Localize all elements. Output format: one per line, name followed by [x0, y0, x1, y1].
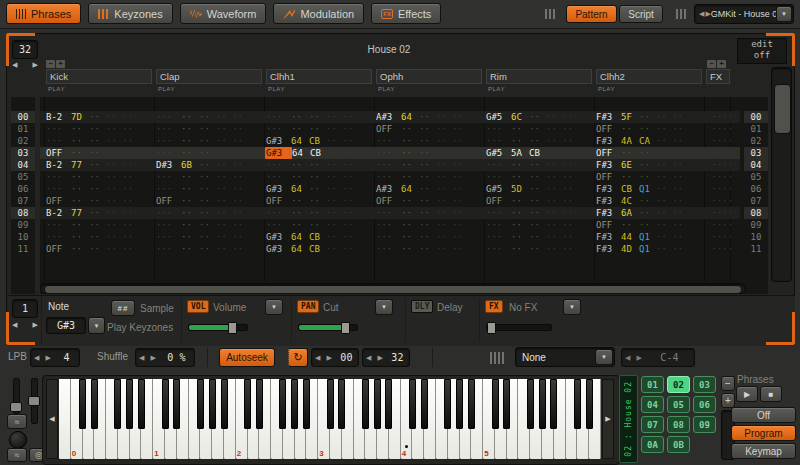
script-mode-button[interactable]: Script	[619, 5, 663, 23]
pattern-cell[interactable]: ········· ··	[266, 159, 374, 171]
black-key[interactable]	[492, 379, 499, 429]
black-key[interactable]	[291, 379, 298, 429]
lpb-decrement-icon[interactable]: ◀	[31, 354, 42, 362]
black-key[interactable]	[162, 379, 169, 429]
track-header-clap[interactable]: Clap	[156, 69, 262, 84]
pattern-cell[interactable]: OFF······ ··	[46, 243, 154, 255]
pattern-cell-fx[interactable]: ····	[706, 159, 730, 171]
black-key[interactable]	[209, 379, 216, 429]
pattern-cell-fx[interactable]: ····	[706, 243, 730, 255]
key-increment-icon[interactable]: ▶	[633, 354, 644, 362]
pattern-cell[interactable]: ········· ··	[156, 183, 264, 195]
loop-start-stepper[interactable]: ◀ ▶ 00	[311, 348, 359, 367]
phrase-mode-keymap-button[interactable]: Keymap	[731, 443, 796, 459]
phrase-mode-off-button[interactable]: Off	[731, 407, 796, 423]
pattern-cell[interactable]: ········· ··	[376, 243, 484, 255]
loop-start-increment-icon[interactable]: ▶	[323, 354, 334, 362]
pattern-cell[interactable]: F#35F···· ··	[596, 111, 704, 123]
loop-length-increment-icon[interactable]: ▶	[374, 354, 385, 362]
white-key[interactable]	[59, 379, 71, 459]
black-key[interactable]	[126, 379, 133, 429]
pattern-cell[interactable]: F#36E···· ··	[596, 159, 704, 171]
black-key[interactable]	[244, 379, 251, 429]
black-key[interactable]	[539, 379, 546, 429]
black-key[interactable]	[79, 379, 86, 429]
track-play-label[interactable]: PLAY	[488, 86, 505, 92]
loop-length-stepper[interactable]: ◀ ▶ 32	[362, 348, 410, 367]
black-key[interactable]	[385, 379, 392, 429]
tab-modulation[interactable]: Modulation	[273, 3, 364, 24]
pattern-cell[interactable]: ········· ··	[156, 243, 264, 255]
vol-slider-handle[interactable]	[228, 322, 237, 334]
shuffle-decrement-icon[interactable]: ◀	[136, 354, 147, 362]
black-key[interactable]	[503, 379, 510, 429]
pattern-cell[interactable]: G#55ACB·· ··	[486, 147, 594, 159]
pattern-cell[interactable]: ········· ··	[266, 207, 374, 219]
pattern-cell[interactable]: ········· ··	[46, 231, 154, 243]
vol-dropdown-icon[interactable]: ▼	[265, 299, 283, 315]
control-knob[interactable]	[9, 431, 27, 449]
fx-slider[interactable]	[486, 324, 552, 331]
pattern-cell[interactable]: ········· ··	[46, 123, 154, 135]
fx-slider-handle[interactable]	[487, 322, 496, 334]
black-key[interactable]	[303, 379, 310, 429]
pattern-cell[interactable]: OFF······ ··	[376, 123, 484, 135]
pattern-cell[interactable]: ········· ··	[156, 111, 264, 123]
pattern-cell[interactable]: G#55D···· ··	[486, 183, 594, 195]
keyboard-scroll-left-button[interactable]: ◀	[46, 379, 58, 459]
pattern-cell[interactable]: ········· ··	[486, 243, 594, 255]
tab-phrases[interactable]: Phrases	[6, 3, 81, 24]
pattern-cell[interactable]: A#364···· ··	[376, 183, 484, 195]
pattern-cell[interactable]: ········· ··	[156, 123, 264, 135]
vol-slider[interactable]	[188, 324, 248, 331]
black-key[interactable]	[574, 379, 581, 429]
instrument-dropdown-icon[interactable]: ▼	[776, 6, 792, 22]
pattern-cell-fx[interactable]: ····	[706, 123, 730, 135]
pattern-cell[interactable]: ········· ··	[376, 171, 484, 183]
black-key[interactable]	[374, 379, 381, 429]
lpb-increment-icon[interactable]: ▶	[42, 354, 53, 362]
pattern-cell-fx[interactable]: ····	[706, 171, 730, 183]
black-key[interactable]	[468, 379, 475, 429]
track-play-label[interactable]: PLAY	[378, 86, 395, 92]
pattern-cell[interactable]: ········· ··	[376, 219, 484, 231]
pattern-cell-fx[interactable]: ····	[706, 147, 730, 159]
expand-icon[interactable]: +	[56, 60, 65, 68]
pattern-cell[interactable]: OFF······ ··	[46, 195, 154, 207]
pattern-cell[interactable]: OFF······ ··	[376, 195, 484, 207]
pattern-cell[interactable]: OFF······ ··	[596, 219, 704, 231]
pattern-cell[interactable]: OFF······ ··	[156, 195, 264, 207]
tab-waveform[interactable]: Waveform	[180, 3, 267, 24]
pattern-cell[interactable]: A#364···· ··	[376, 111, 484, 123]
pattern-cell[interactable]: ········· ··	[266, 171, 374, 183]
pattern-cell[interactable]: ········· ··	[486, 135, 594, 147]
pattern-cell[interactable]: OFF······ ··	[266, 195, 374, 207]
black-key[interactable]	[138, 379, 145, 429]
pattern-cell-fx[interactable]: ····	[706, 183, 730, 195]
pattern-cell[interactable]: F#34ACA·· ··	[596, 135, 704, 147]
pattern-cell[interactable]: B-277···· ··	[46, 207, 154, 219]
phrase-slot-09[interactable]: 09	[693, 416, 716, 433]
black-key[interactable]	[114, 379, 121, 429]
loop-length-decrement-icon[interactable]: ◀	[363, 354, 374, 362]
pan-slider[interactable]	[298, 324, 358, 331]
pattern-cell-fx[interactable]: ····	[706, 231, 730, 243]
phrase-slot-06[interactable]: 06	[693, 396, 716, 413]
black-key[interactable]	[586, 379, 593, 429]
pattern-cell[interactable]: ········· ··	[46, 171, 154, 183]
pattern-cell-fx[interactable]: ····	[706, 111, 730, 123]
pattern-cell[interactable]: G#364CB·· ··	[266, 231, 374, 243]
pattern-cell-fx[interactable]: ····	[706, 195, 730, 207]
pattern-cell[interactable]: ········· ··	[266, 111, 374, 123]
pattern-cell[interactable]: D#36B···· ··	[156, 159, 264, 171]
black-key[interactable]	[550, 379, 557, 429]
black-key[interactable]	[327, 379, 334, 429]
pattern-cell[interactable]: ········· ··	[486, 207, 594, 219]
pattern-cell[interactable]: OFF······ ··	[486, 195, 594, 207]
pattern-cell[interactable]: ········· ··	[376, 135, 484, 147]
black-key[interactable]	[362, 379, 369, 429]
piano-keyboard[interactable]: 012345	[59, 379, 601, 459]
black-key[interactable]	[456, 379, 463, 429]
black-key[interactable]	[409, 379, 416, 429]
phrase-play-button[interactable]: ▶	[736, 386, 758, 402]
